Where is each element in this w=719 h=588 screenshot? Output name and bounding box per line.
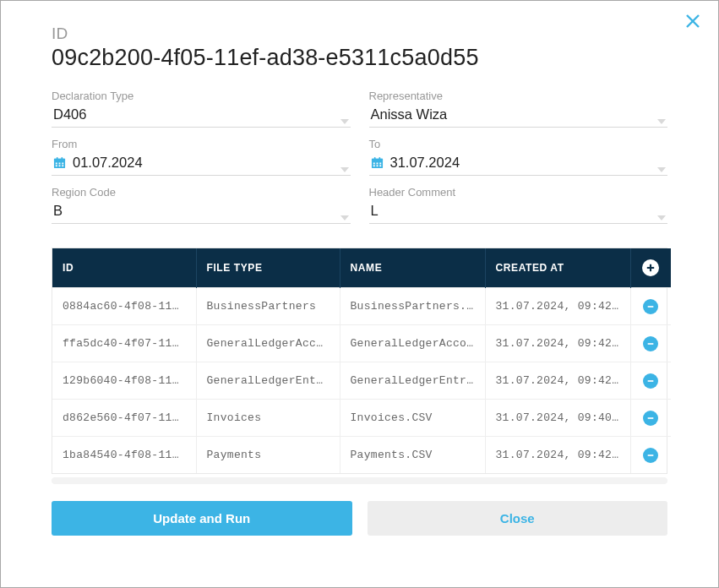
field-value: L xyxy=(371,203,379,219)
svg-rect-6 xyxy=(62,163,63,165)
cell-name: Payments.CSV xyxy=(340,437,485,474)
field-label: Representative xyxy=(369,90,668,102)
field-value: D406 xyxy=(53,106,86,122)
field-label: Declaration Type xyxy=(52,90,351,102)
cell-created-at: 31.07.2024, 09:42:51 xyxy=(485,437,630,474)
to-date-field[interactable]: To 31.07.2024 xyxy=(369,138,668,176)
svg-rect-8 xyxy=(59,165,61,166)
svg-rect-21 xyxy=(379,157,380,160)
field-value: B xyxy=(53,203,63,219)
update-and-run-button[interactable]: Update and Run xyxy=(52,501,352,536)
form-row: Declaration Type D406 Representative Ani… xyxy=(52,90,667,128)
cell-file-type: Invoices xyxy=(196,400,340,437)
close-icon[interactable] xyxy=(684,13,701,30)
field-label: To xyxy=(369,138,668,150)
cell-created-at: 31.07.2024, 09:42:04 xyxy=(485,325,630,362)
col-header-actions xyxy=(630,248,671,288)
svg-rect-3 xyxy=(54,159,65,161)
svg-rect-16 xyxy=(379,163,381,165)
field-label: From xyxy=(52,138,351,150)
close-button[interactable]: Close xyxy=(368,501,668,536)
cell-id: d862e560-4f07-11ef… xyxy=(52,400,196,437)
from-date-field[interactable]: From 01.07.2024 xyxy=(52,138,351,176)
representative-field[interactable]: Representative Anissa Wiza xyxy=(369,90,668,128)
chevron-down-icon xyxy=(340,209,349,214)
cell-id: 1ba84540-4f08-11ef… xyxy=(52,437,196,474)
cell-created-at: 31.07.2024, 09:40:58 xyxy=(485,400,630,437)
svg-rect-10 xyxy=(57,157,58,160)
cell-actions xyxy=(630,437,671,474)
cell-actions xyxy=(630,288,671,325)
button-row: Update and Run Close xyxy=(52,501,667,536)
cell-name: GeneralLedgerEntries… xyxy=(340,362,485,400)
declaration-type-field[interactable]: Declaration Type D406 xyxy=(52,90,351,128)
modal-dialog: ID 09c2b200-4f05-11ef-ad38-e5311c5a0d55 … xyxy=(0,0,719,588)
cell-name: Invoices.CSV xyxy=(340,400,485,437)
remove-row-button[interactable] xyxy=(643,299,658,314)
remove-row-button[interactable] xyxy=(643,373,658,389)
col-header-created-at[interactable]: CREATED AT xyxy=(485,248,630,288)
cell-file-type: Payments xyxy=(196,437,340,474)
chevron-down-icon xyxy=(657,161,666,166)
svg-rect-14 xyxy=(373,163,374,165)
field-value: 31.07.2024 xyxy=(390,155,460,171)
svg-rect-4 xyxy=(56,163,57,165)
cell-actions xyxy=(630,325,671,362)
table-row[interactable]: 0884ac60-4f08-11ef…BusinessPartnersBusin… xyxy=(52,288,671,325)
cell-actions xyxy=(630,362,671,400)
calendar-icon xyxy=(53,156,66,169)
svg-rect-9 xyxy=(62,165,63,166)
files-table: ID FILE TYPE NAME CREATED AT 0884ac60-4f… xyxy=(52,248,667,474)
cell-id: 0884ac60-4f08-11ef… xyxy=(52,288,196,325)
cell-name: BusinessPartners.CSV xyxy=(340,288,485,325)
svg-rect-7 xyxy=(56,165,57,166)
svg-rect-5 xyxy=(59,163,61,165)
svg-rect-13 xyxy=(371,159,382,161)
cell-file-type: GeneralLedgerEntries xyxy=(196,362,340,400)
table-row[interactable]: ffa5dc40-4f07-11ef-…GeneralLedgerAccou…G… xyxy=(52,325,671,362)
remove-row-button[interactable] xyxy=(643,411,658,426)
cell-file-type: GeneralLedgerAccou… xyxy=(196,325,340,362)
add-row-button[interactable] xyxy=(642,259,659,276)
region-code-field[interactable]: Region Code B xyxy=(52,186,351,224)
svg-rect-19 xyxy=(379,165,381,166)
calendar-icon xyxy=(371,156,384,169)
svg-rect-18 xyxy=(376,165,378,166)
chevron-down-icon xyxy=(340,112,349,117)
svg-rect-17 xyxy=(373,165,374,166)
field-value: Anissa Wiza xyxy=(371,106,448,122)
table-header-row: ID FILE TYPE NAME CREATED AT xyxy=(52,248,671,288)
cell-created-at: 31.07.2024, 09:42:19 xyxy=(485,288,630,325)
field-label: Header Comment xyxy=(369,186,668,199)
col-header-id[interactable]: ID xyxy=(52,248,196,288)
remove-row-button[interactable] xyxy=(643,448,658,463)
field-value: 01.07.2024 xyxy=(73,155,143,171)
col-header-name[interactable]: NAME xyxy=(340,248,485,288)
table-row[interactable]: 1ba84540-4f08-11ef…PaymentsPayments.CSV3… xyxy=(52,437,671,474)
chevron-down-icon xyxy=(657,209,666,214)
form-row: From 01.07.2024 To 31.07.2 xyxy=(52,138,667,176)
field-label: Region Code xyxy=(52,186,351,199)
cell-id: 129b6040-4f08-11ef… xyxy=(52,362,196,400)
horizontal-scrollbar[interactable] xyxy=(52,477,667,484)
table-row[interactable]: d862e560-4f07-11ef…InvoicesInvoices.CSV3… xyxy=(52,400,671,437)
cell-actions xyxy=(630,400,671,437)
col-header-file-type[interactable]: FILE TYPE xyxy=(196,248,340,288)
svg-rect-20 xyxy=(373,157,375,160)
table-row[interactable]: 129b6040-4f08-11ef…GeneralLedgerEntriesG… xyxy=(52,362,671,400)
chevron-down-icon xyxy=(657,112,666,117)
form-row: Region Code B Header Comment L xyxy=(52,186,667,224)
cell-created-at: 31.07.2024, 09:42:36 xyxy=(485,362,630,400)
cell-file-type: BusinessPartners xyxy=(196,288,340,325)
svg-rect-15 xyxy=(376,163,378,165)
chevron-down-icon xyxy=(340,161,349,166)
cell-name: GeneralLedgerAccou… xyxy=(340,325,485,362)
remove-row-button[interactable] xyxy=(643,336,658,351)
id-label: ID xyxy=(52,24,667,43)
id-value: 09c2b200-4f05-11ef-ad38-e5311c5a0d55 xyxy=(52,45,667,71)
header-comment-field[interactable]: Header Comment L xyxy=(369,186,668,224)
svg-rect-11 xyxy=(61,157,63,160)
modal-content: ID 09c2b200-4f05-11ef-ad38-e5311c5a0d55 … xyxy=(1,1,718,556)
cell-id: ffa5dc40-4f07-11ef-… xyxy=(52,325,196,362)
